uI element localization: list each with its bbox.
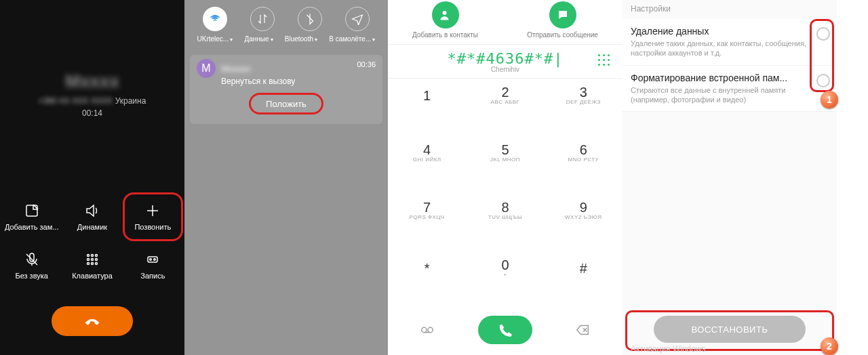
dial-display: *#*#4636#*#| Chernihiv bbox=[388, 44, 623, 78]
wifi-label[interactable]: UKrtelec... bbox=[197, 35, 233, 43]
airplane-label[interactable]: В самолёте... bbox=[329, 35, 375, 43]
key-3[interactable]: 3DEF ДЕЁЖЗ bbox=[545, 79, 623, 111]
hangup-button[interactable] bbox=[52, 306, 133, 336]
voicemail-icon bbox=[420, 322, 435, 337]
option-delete-data[interactable]: Удаление данных Удаление таких данных, к… bbox=[623, 19, 837, 66]
voicemail-button[interactable] bbox=[388, 322, 466, 337]
call-action-grid: Добавить зам... Динамик Позвонить Без зв… bbox=[0, 188, 184, 297]
svg-point-6 bbox=[91, 259, 93, 261]
return-to-call: Вернуться к вызову bbox=[221, 77, 376, 86]
message-icon bbox=[549, 1, 576, 28]
dial-input[interactable]: *#*#4636#*#| bbox=[448, 50, 564, 67]
phone-icon bbox=[498, 323, 512, 337]
backspace-icon bbox=[576, 322, 591, 337]
contact-name: Mxxxxx bbox=[221, 64, 250, 74]
svg-point-14 bbox=[442, 11, 446, 15]
keypad-button[interactable]: Клавиатура bbox=[62, 241, 122, 290]
key-1[interactable]: 1 bbox=[388, 79, 466, 111]
svg-point-7 bbox=[95, 259, 97, 261]
key-8[interactable]: 8TUV ШЩЪЫ bbox=[466, 194, 544, 226]
note-icon bbox=[24, 203, 40, 219]
menu-dots-icon[interactable] bbox=[598, 54, 610, 66]
add-contact-button[interactable]: Добавить в контакты bbox=[412, 1, 478, 39]
svg-point-9 bbox=[91, 263, 93, 265]
keypad: 1 2ABC АБВГ 3DEF ДЕЁЖЗ 4GHI ИЙКЛ 5JKL МН… bbox=[388, 78, 623, 309]
panel-dialer: Добавить в контакты Отправить сообщение … bbox=[388, 0, 623, 355]
phone-down-icon bbox=[83, 312, 102, 331]
key-4[interactable]: 4GHI ИЙКЛ bbox=[388, 136, 466, 169]
svg-point-4 bbox=[95, 255, 97, 257]
mic-off-icon bbox=[24, 251, 40, 268]
key-9[interactable]: 9WXYZ ЬЭЮЯ bbox=[545, 194, 623, 226]
ongoing-call-notification[interactable]: 00:36 М Mxxxxx Вернуться к вызову Положи… bbox=[190, 55, 382, 124]
svg-point-5 bbox=[87, 259, 89, 261]
call-duration: 00:36 bbox=[357, 60, 376, 68]
speaker-icon bbox=[84, 203, 100, 219]
data-icon bbox=[256, 13, 269, 25]
dialpad-icon bbox=[84, 251, 100, 268]
speaker-button[interactable]: Динамик bbox=[62, 192, 122, 241]
mute-button[interactable]: Без звука bbox=[1, 241, 62, 290]
data-label[interactable]: Данные bbox=[244, 35, 273, 43]
key-2[interactable]: 2ABC АБВГ bbox=[466, 79, 544, 111]
bluetooth-icon bbox=[304, 13, 316, 25]
svg-point-16 bbox=[428, 327, 433, 332]
settings-header: Настройки bbox=[623, 0, 837, 19]
key-star[interactable]: * bbox=[388, 251, 466, 284]
airplane-icon bbox=[351, 13, 363, 25]
record-icon bbox=[144, 251, 161, 268]
quick-settings: UKrtelec... Данные Bluetooth В самолёте.… bbox=[184, 0, 388, 47]
svg-point-3 bbox=[91, 255, 93, 257]
person-add-icon bbox=[432, 1, 459, 28]
svg-point-2 bbox=[87, 255, 89, 257]
reset-options: Удаление данных Удаление таких данных, к… bbox=[623, 19, 837, 112]
key-7[interactable]: 7PQRS ФХЦЧ bbox=[388, 194, 466, 226]
add-call-button[interactable]: Позвонить bbox=[123, 192, 183, 241]
record-button[interactable]: Запись bbox=[123, 241, 183, 290]
add-note-button[interactable]: Добавить зам... bbox=[1, 192, 62, 241]
wifi-icon bbox=[209, 13, 221, 25]
wifi-toggle[interactable] bbox=[203, 7, 227, 31]
dial-button[interactable] bbox=[478, 316, 532, 344]
option-format-storage[interactable]: Форматирование встроенной пам... Стирают… bbox=[623, 66, 837, 112]
windows-watermark: Активация Windows bbox=[631, 344, 706, 354]
highlight-annotation bbox=[810, 19, 834, 92]
svg-point-15 bbox=[421, 327, 426, 332]
panel-notification-shade: UKrtelec... Данные Bluetooth В самолёте.… bbox=[184, 0, 388, 355]
contact-number: +380 XX XXX XXXXУкраина bbox=[39, 96, 146, 106]
airplane-toggle[interactable] bbox=[345, 7, 370, 31]
key-0[interactable]: 0+ bbox=[466, 251, 544, 284]
panel-in-call: Mxxxx +380 XX XXX XXXXУкраина 00:14 Доба… bbox=[0, 0, 184, 355]
bluetooth-label[interactable]: Bluetooth bbox=[285, 35, 318, 43]
panel-factory-reset: Настройки Удаление данных Удаление таких… bbox=[623, 0, 837, 355]
backspace-button[interactable] bbox=[545, 322, 623, 337]
key-hash[interactable]: # bbox=[545, 251, 623, 284]
call-duration: 00:14 bbox=[82, 108, 102, 118]
svg-point-13 bbox=[154, 259, 156, 261]
key-5[interactable]: 5JKL МНОП bbox=[466, 136, 544, 169]
svg-point-12 bbox=[150, 259, 152, 261]
end-call-button[interactable]: Положить bbox=[249, 93, 323, 114]
svg-point-8 bbox=[87, 263, 89, 265]
dial-sublabel: Chernihiv bbox=[491, 66, 519, 73]
callout-1: 1 bbox=[821, 91, 838, 108]
avatar: М bbox=[197, 59, 216, 78]
key-6[interactable]: 6MNO РСТУ bbox=[545, 136, 623, 169]
data-toggle[interactable] bbox=[250, 7, 275, 31]
bluetooth-toggle[interactable] bbox=[298, 7, 322, 31]
send-message-button[interactable]: Отправить сообщение bbox=[527, 1, 598, 39]
call-info: Mxxxx +380 XX XXX XXXXУкраина 00:14 bbox=[0, 0, 184, 188]
hangup-row bbox=[0, 297, 184, 355]
restore-button[interactable]: ВОССТАНОВИТЬ bbox=[654, 316, 806, 343]
contact-name: Mxxxx bbox=[65, 71, 119, 92]
svg-point-10 bbox=[95, 263, 97, 265]
callout-2: 2 bbox=[821, 337, 838, 355]
plus-icon bbox=[144, 203, 161, 219]
